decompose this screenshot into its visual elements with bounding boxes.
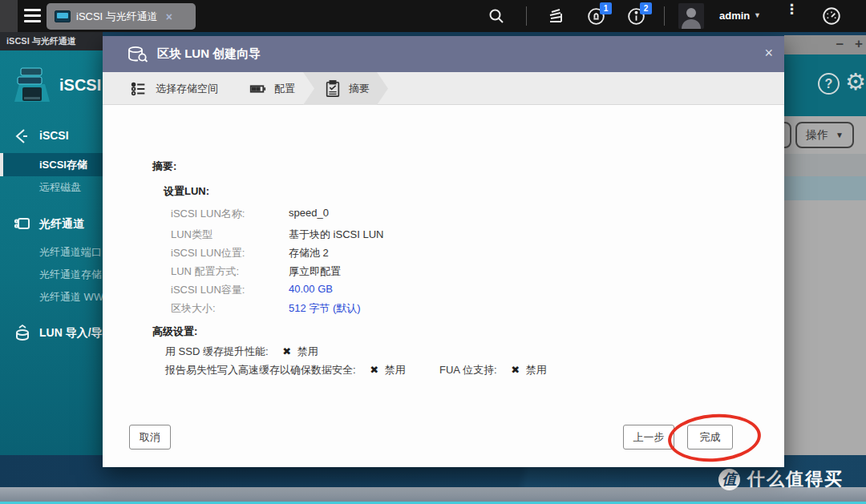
adv-value: 禁用 [297,345,318,357]
wizard-title: 区块 LUN 创建向导 [157,46,261,62]
notifications-badge: 1 [600,2,612,14]
adv-label: 报告易失性写入高速缓存以确保数据安全: [165,364,356,376]
sidebar-item-fc-wwpn[interactable]: 光纤通道 WWPN [39,290,103,304]
smzdm-text: 什么值得买 [747,467,844,491]
row-label: 区块大小: [171,301,216,316]
table-row [784,154,866,176]
sidebar: iSCSI iSCSI iSCSI存储 远程磁盘 光纤通道 光纤通道端口 光纤通… [0,50,103,455]
wizard-summary-body: 摘要: 设置LUN: iSCSI LUN名称: speed_0 LUN类型 基于… [103,105,784,467]
disabled-x-icon: ✖ [282,345,291,357]
row-value: 512 字节 (默认) [289,301,361,316]
sidebar-item-fc-port[interactable]: 光纤通道端口 [39,245,102,260]
advanced-heading: 高级设置: [152,325,197,339]
topbar-left-strip [0,0,18,32]
user-avatar[interactable] [678,3,704,29]
adv-label: FUA 位支持: [439,364,497,376]
row-label: iSCSI LUN容量: [171,283,245,297]
row-value: 基于块的 iSCSI LUN [289,228,383,242]
app-tab-label: iSCSI 与光纤通道 [76,10,158,24]
window-controls: – + [784,35,866,54]
step-summary-icon [325,80,341,98]
step-label: 配置 [274,82,295,96]
step-label: 选择存储空间 [156,82,218,96]
main-menu-icon[interactable] [24,9,41,22]
admin-caret-icon[interactable]: ▼ [754,11,761,19]
sidebar-item-fc-storage[interactable]: 光纤通道存储 [39,268,102,282]
lun-import-export-icon [13,323,32,342]
wizard-steps-bar: 选择存储空间 配置 摘要 [103,72,784,105]
step-configure: 配置 [249,72,295,105]
summary-row: LUN 配置方式: 厚立即配置 [103,264,784,283]
minimize-icon[interactable]: – [836,36,844,52]
smzdm-logo: 值 [718,469,740,490]
fibre-channel-section-icon [13,214,32,233]
disabled-x-icon: ✖ [370,364,378,376]
sidebar-item-label: iSCSI存储 [39,153,103,176]
window-title: iSCSI 与光纤通道 [0,32,103,50]
summary-row: iSCSI LUN容量: 40.00 GB [103,283,784,301]
adv-report-row: 报告易失性写入高速缓存以确保数据安全: ✖ 禁用 [165,363,406,377]
finish-button[interactable]: 完成 [687,425,733,450]
wizard-header: 区块 LUN 创建向导 × [103,36,784,72]
row-label: LUN 配置方式: [171,264,239,279]
admin-menu-label[interactable]: admin [719,10,750,22]
kebab-menu-icon[interactable]: ⋮ [785,6,795,13]
sidebar-app-icon [13,67,51,103]
adv-value: 禁用 [385,364,406,376]
background-content: 操作 ▼ [784,116,866,455]
background-tasks-icon[interactable] [546,6,565,29]
summary-row: iSCSI LUN位置: 存储池 2 [103,246,784,264]
app-header-band: ? ⚙ [784,54,866,116]
action-dropdown-button[interactable]: 操作 ▼ [795,122,854,148]
step-select-storage: 选择存储空间 [130,72,218,105]
step-config-icon [249,80,266,98]
help-icon[interactable]: ? [818,73,840,95]
table-row [784,176,866,200]
selected-indicator [0,153,3,176]
summary-row: iSCSI LUN名称: speed_0 [103,207,784,225]
sidebar-item-iscsi-storage[interactable]: iSCSI存储 [0,153,103,176]
row-value: speed_0 [289,207,329,219]
sidebar-app-title: iSCSI [59,76,101,95]
disabled-x-icon: ✖ [511,364,520,376]
summary-row: LUN类型 基于块的 iSCSI LUN [103,228,784,246]
back-button[interactable]: 上一步 [623,425,674,450]
block-lun-wizard-dialog: 区块 LUN 创建向导 × 选择存储空间 配置 摘要 摘要: 设置LUN: iS… [103,36,784,467]
action-caret-icon: ▼ [836,131,844,139]
adv-value: 禁用 [526,364,547,376]
summary-heading: 摘要: [152,159,176,174]
smzdm-watermark: 值 什么值得买 [718,467,866,491]
wizard-close-icon[interactable]: × [764,45,773,62]
tab-close-icon[interactable]: × [166,10,172,23]
summary-row: 区块大小: 512 字节 (默认) [103,301,784,320]
row-label: iSCSI LUN名称: [171,207,245,221]
adv-ssd-row: 用 SSD 缓存提升性能: ✖ 禁用 [165,345,318,359]
wizard-title-icon [127,45,149,64]
topbar-divider [664,6,665,26]
sidebar-item-remote-disk[interactable]: 远程磁盘 [39,180,81,195]
sidebar-section-iscsi[interactable]: iSCSI [39,129,69,142]
top-bar: iSCSI 与光纤通道 × 1 2 admin ▼ ⋮ [0,0,866,32]
app-tab-icon [55,10,71,22]
row-value: 40.00 GB [289,283,333,295]
row-label: LUN类型 [171,228,212,242]
maximize-icon[interactable]: + [855,36,863,52]
step-label: 摘要 [349,82,370,96]
topbar-divider [526,6,527,26]
iscsi-section-icon [13,127,32,146]
lun-settings-heading: 设置LUN: [164,184,209,199]
cancel-button[interactable]: 取消 [129,425,171,450]
search-icon[interactable] [487,6,506,29]
sidebar-section-lun-import-export[interactable]: LUN 导入/导出 [39,326,103,341]
app-tab-iscsi[interactable]: iSCSI 与光纤通道 × [47,3,196,30]
step-storage-icon [130,80,148,98]
row-label: iSCSI LUN位置: [171,246,245,260]
resource-monitor-icon[interactable] [821,6,842,30]
row-value: 存储池 2 [289,246,329,260]
sidebar-section-fibre-channel[interactable]: 光纤通道 [39,217,84,232]
action-button-label: 操作 [806,128,828,143]
events-badge: 2 [640,2,652,14]
adv-fua-row: FUA 位支持: ✖ 禁用 [439,363,547,377]
step-summary-active: 摘要 [303,72,388,105]
settings-gear-icon[interactable]: ⚙ [845,68,866,95]
